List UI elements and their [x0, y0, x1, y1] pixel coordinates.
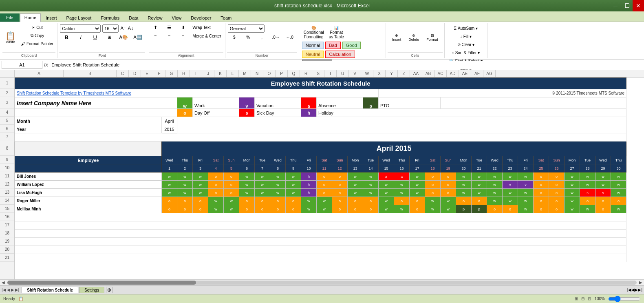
- cell-1-9[interactable]: h: [301, 181, 317, 189]
- align-middle-button[interactable]: ☰: [163, 24, 176, 31]
- cell-4-8[interactable]: o: [286, 205, 301, 213]
- cell-4-27[interactable]: w: [580, 205, 595, 213]
- cell-4-25[interactable]: o: [549, 205, 565, 213]
- cell-3-22[interactable]: w: [503, 197, 518, 205]
- cell-3-23[interactable]: w: [518, 197, 534, 205]
- cell-1-6[interactable]: w: [255, 181, 270, 189]
- cell-2-29[interactable]: w: [611, 189, 626, 197]
- style-bad[interactable]: Bad: [325, 42, 341, 49]
- cell-2-22[interactable]: w: [503, 189, 518, 197]
- cell-2-9[interactable]: h: [301, 189, 317, 197]
- cell-4-12[interactable]: o: [348, 205, 363, 213]
- cell-1-10[interactable]: o: [317, 181, 332, 189]
- scroll-thumb[interactable]: [7, 281, 196, 285]
- underline-button[interactable]: U: [88, 33, 101, 41]
- cell-2-16[interactable]: w: [410, 189, 425, 197]
- cell-2-26[interactable]: w: [565, 189, 580, 197]
- border-button[interactable]: ⊞: [103, 34, 116, 41]
- formula-input[interactable]: [50, 61, 642, 69]
- cell-3-27[interactable]: o: [580, 197, 595, 205]
- delete-button[interactable]: ⊖ Delete: [406, 25, 422, 50]
- cell-1-18[interactable]: o: [441, 181, 456, 189]
- cell-0-19[interactable]: w: [456, 173, 472, 181]
- sort-filter-button[interactable]: ↕ Sort & Filter ▾: [447, 49, 485, 56]
- cell-3-11[interactable]: o: [332, 197, 348, 205]
- cell-0-24[interactable]: o: [534, 173, 549, 181]
- cell-0-14[interactable]: a: [379, 173, 394, 181]
- cell-3-6[interactable]: o: [255, 197, 270, 205]
- cell-1-2[interactable]: w: [193, 181, 208, 189]
- style-good[interactable]: Good: [342, 42, 361, 49]
- employee-name-2[interactable]: Lisa McHugh: [15, 189, 162, 197]
- cell-0-26[interactable]: w: [565, 173, 580, 181]
- cell-2-19[interactable]: w: [456, 189, 472, 197]
- cell-0-28[interactable]: w: [595, 173, 611, 181]
- copy-button[interactable]: ⧉ Copy: [19, 32, 55, 39]
- view-normal-button[interactable]: ⊞: [575, 296, 578, 301]
- cell-3-29[interactable]: o: [611, 197, 626, 205]
- cell-2-7[interactable]: w: [270, 189, 286, 197]
- subtitle-cell[interactable]: Shift Rotation Schedule Template by Time…: [15, 89, 379, 97]
- month-value-cell[interactable]: April: [162, 117, 177, 125]
- tab-developer[interactable]: Developer: [186, 14, 216, 22]
- cell-4-2[interactable]: o: [193, 205, 208, 213]
- cell-4-4[interactable]: w: [224, 205, 239, 213]
- tab-first-button[interactable]: |◀: [2, 288, 6, 292]
- comma-button[interactable]: ,: [256, 33, 269, 41]
- style-neutral[interactable]: Neutral: [302, 51, 324, 58]
- cell-1-23[interactable]: v: [518, 181, 534, 189]
- cell-2-1[interactable]: w: [177, 189, 193, 197]
- cell-2-18[interactable]: o: [441, 189, 456, 197]
- cell-4-24[interactable]: o: [534, 205, 549, 213]
- cell-0-20[interactable]: w: [472, 173, 487, 181]
- align-bottom-button[interactable]: ⬇: [176, 24, 190, 31]
- cell-4-29[interactable]: w: [611, 205, 626, 213]
- cell-4-13[interactable]: o: [363, 205, 379, 213]
- tab-next-button[interactable]: ▶: [11, 288, 14, 292]
- cell-1-13[interactable]: w: [363, 181, 379, 189]
- cell-2-23[interactable]: w: [518, 189, 534, 197]
- tab-view[interactable]: View: [168, 14, 186, 22]
- cell-1-5[interactable]: w: [239, 181, 255, 189]
- tab-insert[interactable]: Insert: [41, 14, 62, 22]
- cell-4-7[interactable]: o: [270, 205, 286, 213]
- cell-0-25[interactable]: o: [549, 173, 565, 181]
- tab-home[interactable]: Home: [20, 13, 41, 22]
- font-name-select[interactable]: Calibri: [60, 24, 101, 33]
- cell-4-22[interactable]: o: [503, 205, 518, 213]
- sheet-tab-rotation[interactable]: Shift Rotation Schedule: [22, 287, 78, 293]
- cell-0-23[interactable]: w: [518, 173, 534, 181]
- scroll-right-button[interactable]: ▶: [637, 280, 644, 285]
- employee-name-0[interactable]: Bill Jones: [15, 173, 162, 181]
- cell-1-0[interactable]: w: [162, 181, 177, 189]
- scroll-track[interactable]: [7, 281, 637, 285]
- cell-0-13[interactable]: w: [363, 173, 379, 181]
- cell-1-14[interactable]: w: [379, 181, 394, 189]
- cell-0-2[interactable]: w: [193, 173, 208, 181]
- cell-0-21[interactable]: w: [487, 173, 503, 181]
- tab-review[interactable]: Review: [143, 14, 167, 22]
- cell-3-7[interactable]: o: [270, 197, 286, 205]
- company-name-cell[interactable]: Insert Company Name Here: [15, 97, 177, 109]
- cell-1-17[interactable]: o: [425, 181, 441, 189]
- cell-3-19[interactable]: o: [456, 197, 472, 205]
- cell-2-21[interactable]: w: [487, 189, 503, 197]
- cell-1-3[interactable]: o: [208, 181, 224, 189]
- font-color-button[interactable]: A🔤: [131, 34, 144, 41]
- cell-2-10[interactable]: o: [317, 189, 332, 197]
- cell-4-10[interactable]: w: [317, 205, 332, 213]
- cell-0-7[interactable]: w: [270, 173, 286, 181]
- cell-4-17[interactable]: w: [425, 205, 441, 213]
- tab-prev-button[interactable]: ◀: [7, 288, 10, 292]
- wrap-text-button[interactable]: Wrap Text: [190, 24, 213, 31]
- cell-0-0[interactable]: w: [162, 173, 177, 181]
- cell-1-27[interactable]: w: [580, 181, 595, 189]
- cell-0-10[interactable]: o: [317, 173, 332, 181]
- cell-3-26[interactable]: w: [565, 197, 580, 205]
- cell-2-2[interactable]: w: [193, 189, 208, 197]
- cell-4-16[interactable]: o: [410, 205, 425, 213]
- cell-0-17[interactable]: o: [425, 173, 441, 181]
- cell-1-12[interactable]: w: [348, 181, 363, 189]
- tab-data[interactable]: Data: [124, 14, 143, 22]
- cell-3-0[interactable]: o: [162, 197, 177, 205]
